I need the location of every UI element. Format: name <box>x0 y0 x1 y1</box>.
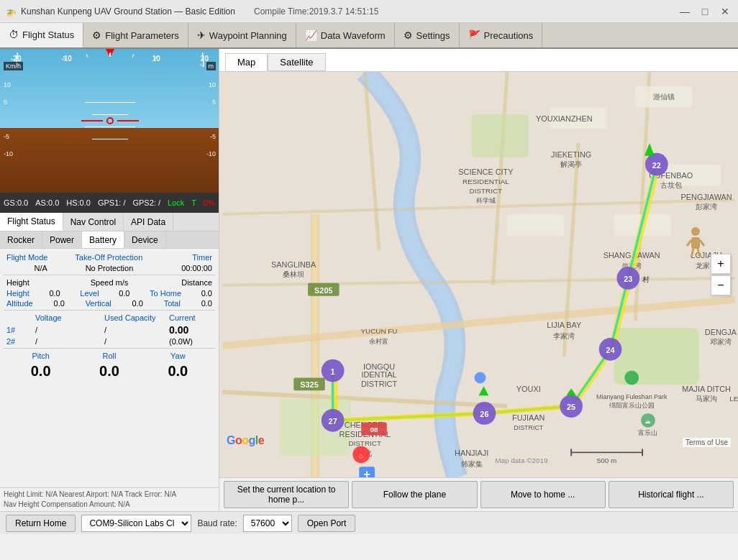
follow-plane-button[interactable]: Follow the plane <box>352 481 477 508</box>
orientation-headers: Pitch Roll Yaw <box>4 350 215 362</box>
tab-precautions-label: Precautions <box>484 30 534 41</box>
speed-col-label: Speed m/s <box>75 278 143 287</box>
zoom-out-button[interactable]: − <box>711 275 731 295</box>
attitude-indicator: -20 -10 10 20 <box>0 49 219 193</box>
svg-text:S205: S205 <box>314 286 332 295</box>
svg-text:PENGJIAWAN: PENGJIAWAN <box>681 193 732 201</box>
svg-rect-107 <box>691 237 700 249</box>
svg-text:27: 27 <box>329 417 337 426</box>
map-tab-satellite[interactable]: Satellite <box>268 53 325 71</box>
historical-flight-button[interactable]: Historical flight ... <box>609 481 734 508</box>
sub-tab-flight-status[interactable]: Flight Status <box>0 213 63 231</box>
battery-row2: 2# / / (0.0W) <box>4 336 215 346</box>
svg-line-3 <box>63 56 65 60</box>
total-label: Total <box>164 299 181 308</box>
bottom-bar: Return Home COM9-Silicon Labs Cl Baud ra… <box>0 511 738 534</box>
main-content: -20 -10 10 20 <box>0 49 738 511</box>
app-title: Kunshan Kunpeng UAV Ground Station — Bas… <box>21 6 235 17</box>
battery1-voltage: / <box>35 326 104 334</box>
arc-svg <box>9 52 211 70</box>
battery1-current: 0.00 <box>169 324 212 336</box>
svg-text:MAJIA DITCH: MAJIA DITCH <box>682 385 731 393</box>
sub-tab2-battery[interactable]: Battery <box>82 231 124 248</box>
return-home-button[interactable]: Return Home <box>6 515 76 532</box>
tab-flight-parameters[interactable]: ⚙ Flight Parameters <box>83 23 188 47</box>
svg-line-5 <box>86 54 88 58</box>
height-label: Height <box>6 289 29 298</box>
sub-tab2-power[interactable]: Power <box>42 231 82 248</box>
svg-text:DENGJA: DENGJA <box>705 328 737 336</box>
tab-data-waveform[interactable]: 📈 Data Waveform <box>296 23 395 47</box>
level-value: 0.0 <box>119 289 129 298</box>
battery-row1: 1# / / 0.00 <box>4 323 215 336</box>
as-value: AS:0.0 <box>35 198 59 207</box>
move-to-home-button[interactable]: Move to home ... <box>480 481 606 508</box>
sub-tab2-device[interactable]: Device <box>124 231 166 248</box>
svg-text:IONGQU: IONGQU <box>363 362 395 371</box>
svg-line-110 <box>691 249 693 257</box>
zoom-in-button[interactable]: + <box>711 254 731 274</box>
svg-text:HANJIAJI: HANJIAJI <box>455 449 488 457</box>
baud-rate-select[interactable]: 57600 <box>243 515 292 532</box>
arc-container <box>0 52 219 70</box>
flight-data-panel: Flight Mode Take-Off Protection Timer N/… <box>0 249 219 487</box>
flight-mode-label: Flight Mode <box>6 253 75 262</box>
battery-headers: Voltage Used Capacity Current <box>4 312 215 323</box>
minimize-button[interactable]: — <box>678 4 692 19</box>
svg-text:科学城: 科学城 <box>476 197 496 204</box>
set-home-button[interactable]: Set the current location to home p... <box>224 481 349 508</box>
vertical-label: Vertical <box>86 299 111 308</box>
left-pitch-scale: 1050-5-10 <box>4 81 13 157</box>
tab-precautions[interactable]: 🚩 Precautions <box>460 23 543 47</box>
level-label: Level <box>80 289 99 298</box>
total-value: 0.0 <box>201 299 212 308</box>
tab-flight-status[interactable]: ⏱ Flight Status <box>0 23 83 47</box>
close-button[interactable]: ✕ <box>718 4 732 19</box>
open-port-button[interactable]: Open Port <box>298 515 356 532</box>
svg-text:韩家集: 韩家集 <box>461 460 483 468</box>
height-row2: Altitude 0.0 Vertical 0.0 Total 0.0 <box>4 298 215 308</box>
timer-value: 00:00:00 <box>144 264 212 272</box>
svg-text:08: 08 <box>370 426 378 433</box>
tab-waypoint-label: Waypoint Planning <box>209 30 287 41</box>
tab-settings[interactable]: ⚙ Settings <box>395 23 460 47</box>
battery2-current: (0.0W) <box>169 337 212 346</box>
svg-text:FUJIAAN: FUJIAAN <box>512 413 545 422</box>
mode-values: N/A No Protection 00:00:00 <box>4 263 215 273</box>
svg-text:马家沟: 马家沟 <box>696 395 717 403</box>
tab-waveform-icon: 📈 <box>305 29 317 41</box>
svg-text:游仙镇: 游仙镇 <box>653 93 675 101</box>
tab-waypoint-icon: ✈ <box>197 29 206 41</box>
svg-text:Map data ©2019: Map data ©2019 <box>495 456 548 464</box>
left-panel: -20 -10 10 20 <box>0 49 219 511</box>
tab-waypoint-planning[interactable]: ✈ Waypoint Planning <box>188 23 296 47</box>
google-logo: Google <box>227 434 264 447</box>
yaw-label: Yaw <box>144 352 212 360</box>
svg-point-106 <box>691 227 700 236</box>
main-tabbar: ⏱ Flight Status ⚙ Flight Parameters ✈ Wa… <box>0 23 738 49</box>
map-tab-map[interactable]: Map <box>225 53 268 71</box>
map-container[interactable]: YOUXIANZHEN 游仙镇 JIEKETING 解渴亭 GUFENBAO 古… <box>219 72 738 477</box>
height-col-label: Height <box>6 278 75 287</box>
altitude-value: 0.0 <box>54 299 65 308</box>
svg-text:+: + <box>364 468 370 477</box>
sub-tabbar-row2: Rocker Power Battery Device <box>0 231 219 249</box>
svg-text:500 m: 500 m <box>597 456 616 464</box>
sub-tab-api-data[interactable]: API Data <box>124 213 173 231</box>
map-attribution: Terms of Use <box>683 438 731 447</box>
sub-tab-nav-control[interactable]: Nav Control <box>63 213 124 231</box>
to-home-label: To Home <box>150 289 181 298</box>
gs-value: GS:0.0 <box>4 198 28 207</box>
titlebar-controls: — □ ✕ <box>678 4 732 19</box>
titlebar-left: 🚁 Kunshan Kunpeng UAV Ground Station — B… <box>6 6 378 17</box>
sub-tab2-rocker[interactable]: Rocker <box>0 231 42 248</box>
gps2-value: GPS2: / <box>132 198 160 207</box>
pegman-icon[interactable] <box>685 226 706 260</box>
tab-waveform-label: Data Waveform <box>321 30 386 41</box>
svg-text:桑林坝: 桑林坝 <box>283 270 304 278</box>
com-port-select[interactable]: COM9-Silicon Labs Cl <box>81 515 191 532</box>
svg-text:22: 22 <box>652 161 661 170</box>
vertical-value: 0.0 <box>132 299 143 308</box>
maximize-button[interactable]: □ <box>698 4 712 19</box>
svg-text:IDENTIAL: IDENTIAL <box>361 370 396 379</box>
